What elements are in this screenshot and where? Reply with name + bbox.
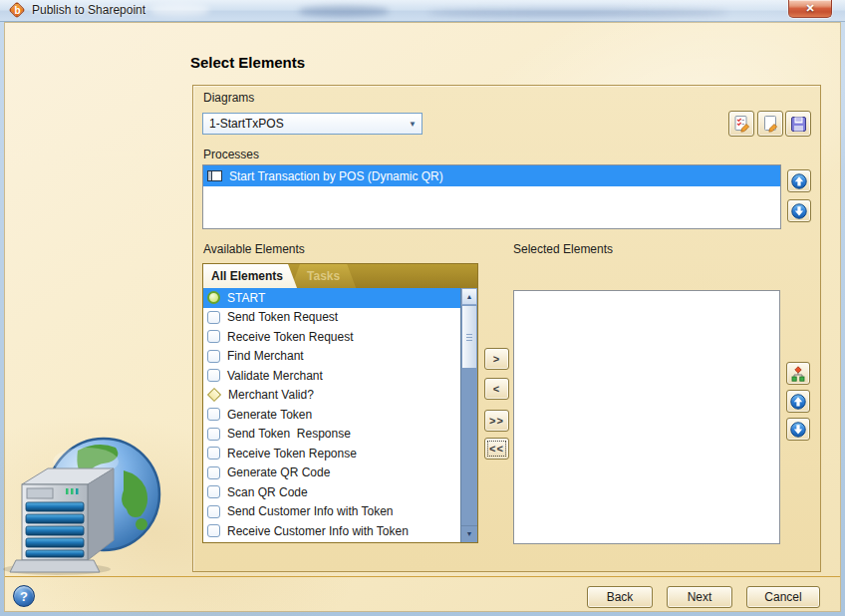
chevron-down-icon: ▼ [404, 120, 422, 129]
tab-tasks[interactable]: Tasks [291, 264, 356, 288]
available-elements-label: Available Elements [203, 242, 305, 256]
element-label: Receive Customer Info with Token [227, 524, 409, 538]
task-icon [207, 408, 220, 421]
window-title: Publish to Sharepoint [32, 3, 145, 17]
element-row[interactable]: Receive Token Reponse [203, 444, 460, 463]
gateway-icon [207, 388, 221, 402]
close-icon: ✕ [805, 2, 814, 14]
remove-all-button[interactable]: << [484, 438, 509, 460]
task-icon [207, 505, 220, 518]
element-row[interactable]: Receive Customer Info with Token [203, 521, 460, 541]
titlebar-glass-blob [149, 4, 209, 16]
task-icon [207, 485, 220, 498]
element-row[interactable]: Generate Token [203, 405, 460, 425]
titlebar: b Publish to Sharepoint ✕ [0, 0, 845, 22]
diagrams-label: Diagrams [203, 91, 254, 105]
element-row[interactable] [203, 541, 460, 543]
down-arrow-icon [791, 203, 807, 219]
processes-label: Processes [203, 148, 259, 161]
up-arrow-icon [790, 394, 806, 410]
element-row[interactable]: Merchant Valid? [203, 386, 460, 406]
back-button[interactable]: Back [587, 586, 653, 608]
edit-name-button[interactable] [757, 111, 783, 137]
selected-move-up-button[interactable] [786, 390, 810, 413]
element-label: Scan QR Code [227, 485, 308, 499]
save-icon [789, 115, 808, 134]
scrollbar[interactable]: ▲ ▼ [460, 288, 477, 542]
element-row[interactable]: Receive Token Request [203, 327, 460, 347]
process-pool-icon [207, 170, 222, 181]
element-label: Generate QR Code [227, 465, 330, 479]
scroll-down-button[interactable]: ▼ [461, 525, 477, 542]
element-label: Merchant Valid? [228, 388, 314, 402]
task-icon [207, 350, 220, 363]
server-globe-illustration [2, 429, 171, 576]
element-label: Receive Token Request [227, 330, 354, 344]
task-icon [207, 311, 220, 324]
element-row[interactable]: Find Merchant [203, 347, 460, 367]
element-row[interactable]: Send Customer Info with Token [203, 502, 460, 522]
add-button[interactable]: > [484, 348, 509, 370]
available-rows: STARTSend Token RequestReceive Token Req… [203, 288, 460, 542]
element-label: Receive Token Reponse [227, 447, 357, 461]
add-all-button[interactable]: >> [484, 410, 509, 432]
available-list[interactable]: STARTSend Token RequestReceive Token Req… [203, 288, 477, 542]
titlebar-glass-blob [299, 6, 389, 17]
task-icon [207, 447, 220, 460]
help-icon: ? [20, 589, 28, 604]
element-row[interactable]: Send Token Response [203, 425, 460, 445]
element-row[interactable]: Scan QR Code [203, 482, 460, 502]
titlebar-glass-blob [428, 9, 727, 17]
element-row[interactable]: Validate Merchant [203, 366, 460, 386]
scroll-up-button[interactable]: ▲ [461, 288, 477, 305]
process-move-up-button[interactable] [787, 169, 811, 192]
edit-list-icon [732, 115, 751, 134]
element-label: Send Token Request [227, 310, 338, 324]
diagram-select[interactable]: 1-StartTxPOS ▼ [202, 113, 422, 135]
element-label: Generate Token [227, 408, 312, 422]
scroll-thumb[interactable] [461, 305, 477, 369]
task-icon [207, 524, 220, 537]
edit-properties-button[interactable] [728, 111, 754, 137]
footer-separator [5, 576, 840, 577]
element-row[interactable]: Send Token Request [203, 308, 460, 328]
hierarchy-tree-icon [790, 366, 806, 382]
element-label: Send Customer Info with Token [227, 504, 394, 518]
task-icon [207, 330, 220, 343]
selected-list[interactable] [513, 290, 780, 544]
remove-button[interactable]: < [484, 378, 509, 400]
up-arrow-icon [791, 173, 807, 189]
page-title: Select Elements [190, 54, 305, 71]
process-label: Start Transaction by POS (Dynamic QR) [229, 169, 443, 183]
tab-all-elements[interactable]: All Elements [203, 264, 297, 288]
next-button[interactable]: Next [667, 586, 732, 608]
down-arrow-icon [790, 422, 806, 438]
element-row[interactable]: START [203, 288, 460, 308]
task-icon [207, 428, 220, 441]
task-icon [207, 369, 220, 382]
elements-tabbar: All ElementsTasks [203, 264, 477, 288]
save-button[interactable] [785, 111, 811, 137]
hierarchy-button[interactable] [786, 362, 810, 385]
selected-elements-label: Selected Elements [513, 242, 613, 256]
diagram-selected-value: 1-StartTxPOS [203, 117, 404, 131]
scroll-grip-icon [466, 334, 472, 342]
process-row[interactable]: Start Transaction by POS (Dynamic QR) [203, 165, 780, 186]
start-event-icon [207, 291, 220, 304]
element-label: Send Token Response [227, 427, 351, 441]
edit-icon [761, 115, 780, 134]
element-label: START [227, 291, 265, 305]
task-icon [207, 466, 220, 479]
processes-list[interactable]: Start Transaction by POS (Dynamic QR) [202, 164, 781, 229]
element-row[interactable]: Generate QR Code [203, 463, 460, 483]
process-move-down-button[interactable] [787, 199, 811, 222]
app-icon: b [10, 3, 25, 18]
element-label: Find Merchant [227, 349, 304, 363]
elements-tab-control: All ElementsTasks STARTSend Token Reques… [202, 263, 478, 543]
cancel-button[interactable]: Cancel [746, 586, 820, 608]
selected-move-down-button[interactable] [786, 418, 810, 441]
help-button[interactable]: ? [13, 585, 35, 607]
close-button[interactable]: ✕ [788, 0, 832, 18]
dialog-window: b Publish to Sharepoint ✕ Select Element… [0, 0, 845, 616]
element-label: Validate Merchant [227, 369, 323, 383]
